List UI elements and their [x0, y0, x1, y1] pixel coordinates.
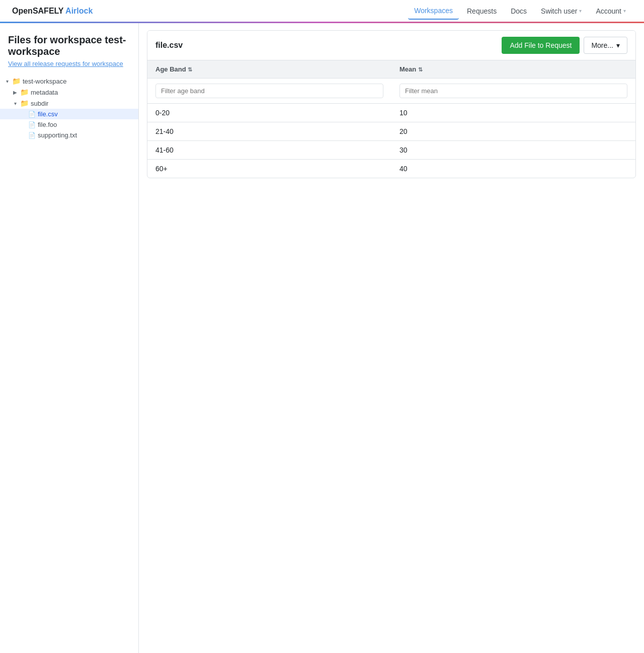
col-mean: Mean ⇅: [391, 60, 635, 79]
brand-airlock: Airlock: [63, 7, 93, 15]
add-file-to-request-button[interactable]: Add File to Request: [502, 37, 580, 54]
more-button[interactable]: More... ▾: [584, 37, 627, 54]
brand-open: OpenSAFELY: [12, 7, 63, 15]
content-area: file.csv Add File to Request More... ▾ A…: [139, 22, 644, 653]
main-container: Files for workspace test-workspace View …: [0, 22, 644, 653]
navbar-links: Workspaces Requests Docs Switch user ▾ A…: [408, 3, 632, 20]
table-row: 0-20 10: [147, 104, 635, 122]
file-icon: 📄: [28, 111, 36, 118]
header-actions: Add File to Request More... ▾: [502, 37, 627, 54]
sidebar-header: Files for workspace test-workspace View …: [0, 30, 138, 76]
table-row: 21-40 20: [147, 122, 635, 141]
filter-mean-input[interactable]: [399, 84, 627, 98]
nav-account[interactable]: Account ▾: [590, 3, 632, 19]
sidebar: Files for workspace test-workspace View …: [0, 22, 139, 653]
mean-cell: 10: [391, 104, 635, 122]
table-row: 41-60 30: [147, 141, 635, 160]
filter-age-band-cell: [147, 79, 391, 104]
tree-label: subdir: [31, 100, 48, 107]
chevron-down-icon: ▾: [616, 41, 620, 49]
age-band-cell: 60+: [147, 160, 391, 178]
age-band-cell: 41-60: [147, 141, 391, 160]
expand-icon: ▶: [12, 90, 18, 95]
table-header-row: Age Band ⇅ Mean ⇅: [147, 60, 635, 79]
tree-label: file.foo: [38, 121, 57, 128]
mean-cell: 40: [391, 160, 635, 178]
file-icon: 📄: [28, 132, 36, 139]
col-age-band: Age Band ⇅: [147, 60, 391, 79]
file-viewer: file.csv Add File to Request More... ▾ A…: [147, 30, 636, 178]
page-title: Files for workspace test-workspace: [8, 34, 130, 57]
data-table: Age Band ⇅ Mean ⇅: [147, 60, 635, 178]
file-viewer-header: file.csv Add File to Request More... ▾: [147, 31, 635, 60]
expand-icon: ▾: [12, 101, 18, 106]
expand-icon: ▾: [4, 79, 10, 84]
nav-workspaces[interactable]: Workspaces: [408, 3, 459, 20]
chevron-down-icon: ▾: [623, 8, 626, 14]
age-band-cell: 21-40: [147, 122, 391, 141]
tree-label: file.csv: [38, 110, 58, 118]
tree-item-test-workspace[interactable]: ▾ 📁 test-workspace: [0, 76, 138, 87]
filter-mean-cell: [391, 79, 635, 104]
tree-label: supporting.txt: [38, 131, 77, 139]
nav-switch-user[interactable]: Switch user ▾: [535, 3, 588, 19]
tree-item-supporting-txt[interactable]: 📄 supporting.txt: [0, 130, 138, 140]
nav-requests[interactable]: Requests: [461, 3, 503, 19]
sort-icon[interactable]: ⇅: [188, 66, 192, 72]
tree-item-metadata[interactable]: ▶ 📁 metadata: [0, 87, 138, 98]
navbar: OpenSAFELY Airlock Workspaces Requests D…: [0, 0, 644, 22]
sort-icon[interactable]: ⇅: [418, 66, 423, 72]
mean-cell: 30: [391, 141, 635, 160]
folder-icon: 📁: [12, 77, 21, 85]
folder-icon: 📁: [20, 99, 29, 107]
tree-label: metadata: [31, 89, 58, 96]
table-row: 60+ 40: [147, 160, 635, 178]
age-band-cell: 0-20: [147, 104, 391, 122]
folder-icon: 📁: [20, 88, 29, 96]
view-all-link[interactable]: View all release requests for workspace: [8, 60, 123, 67]
file-icon: 📄: [28, 121, 36, 128]
brand-link[interactable]: OpenSAFELY Airlock: [12, 7, 93, 16]
filter-row: [147, 79, 635, 104]
filter-age-band-input[interactable]: [155, 84, 383, 98]
tree-item-file-foo[interactable]: 📄 file.foo: [0, 119, 138, 130]
nav-docs[interactable]: Docs: [505, 3, 533, 19]
tree-label: test-workspace: [23, 78, 66, 85]
chevron-down-icon: ▾: [579, 8, 582, 14]
tree-item-subdir[interactable]: ▾ 📁 subdir: [0, 98, 138, 109]
file-name: file.csv: [155, 41, 183, 50]
tree-item-file-csv[interactable]: 📄 file.csv: [0, 109, 138, 119]
file-tree: ▾ 📁 test-workspace ▶ 📁 metadata ▾ 📁 subd…: [0, 76, 138, 140]
mean-cell: 20: [391, 122, 635, 141]
